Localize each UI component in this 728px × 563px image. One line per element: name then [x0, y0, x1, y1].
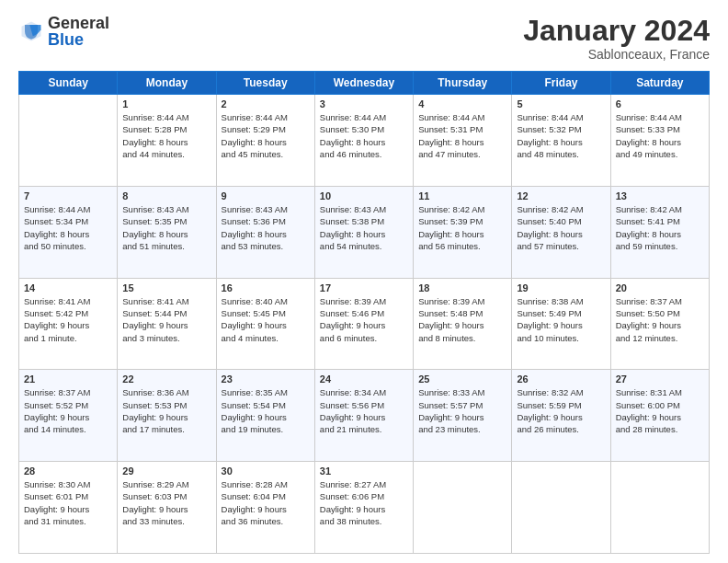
day-number: 3 [320, 98, 408, 109]
col-friday: Friday [512, 72, 610, 95]
cell-info: Sunrise: 8:39 AMSunset: 5:48 PMDaylight:… [418, 295, 506, 344]
table-cell: 6Sunrise: 8:44 AMSunset: 5:33 PMDaylight… [610, 95, 709, 187]
table-cell [610, 462, 709, 554]
day-number: 19 [517, 282, 605, 293]
month-title: January 2024 [523, 15, 710, 47]
table-cell: 22Sunrise: 8:36 AMSunset: 5:53 PMDayligh… [118, 370, 216, 462]
day-number: 16 [222, 282, 310, 293]
day-number: 15 [122, 282, 210, 293]
table-cell: 28Sunrise: 8:30 AMSunset: 6:01 PMDayligh… [19, 462, 118, 554]
logo-blue-text: Blue [48, 31, 109, 48]
cell-info: Sunrise: 8:35 AMSunset: 5:54 PMDaylight:… [222, 386, 310, 435]
calendar-table: Sunday Monday Tuesday Wednesday Thursday… [18, 71, 710, 554]
cell-info: Sunrise: 8:44 AMSunset: 5:33 PMDaylight:… [616, 111, 704, 160]
table-cell: 17Sunrise: 8:39 AMSunset: 5:46 PMDayligh… [314, 278, 413, 370]
calendar-week-2: 7Sunrise: 8:44 AMSunset: 5:34 PMDaylight… [19, 186, 710, 278]
cell-info: Sunrise: 8:39 AMSunset: 5:46 PMDaylight:… [320, 295, 408, 344]
cell-info: Sunrise: 8:44 AMSunset: 5:32 PMDaylight:… [517, 111, 605, 160]
day-number: 20 [616, 282, 704, 293]
table-cell: 1Sunrise: 8:44 AMSunset: 5:28 PMDaylight… [118, 95, 216, 187]
day-number: 21 [24, 373, 112, 385]
cell-info: Sunrise: 8:27 AMSunset: 6:06 PMDaylight:… [320, 478, 408, 527]
page: General Blue January 2024 Sablonceaux, F… [0, 0, 728, 563]
table-cell: 23Sunrise: 8:35 AMSunset: 5:54 PMDayligh… [216, 370, 314, 462]
calendar-week-5: 28Sunrise: 8:30 AMSunset: 6:01 PMDayligh… [19, 462, 710, 554]
table-cell: 3Sunrise: 8:44 AMSunset: 5:30 PMDaylight… [314, 95, 413, 187]
day-number: 26 [517, 373, 605, 385]
logo: General Blue [18, 15, 109, 48]
day-number: 30 [222, 465, 310, 477]
cell-info: Sunrise: 8:33 AMSunset: 5:57 PMDaylight:… [418, 386, 506, 435]
col-saturday: Saturday [610, 72, 709, 95]
table-cell: 11Sunrise: 8:42 AMSunset: 5:39 PMDayligh… [414, 186, 512, 278]
day-number: 24 [320, 373, 408, 385]
table-cell: 24Sunrise: 8:34 AMSunset: 5:56 PMDayligh… [314, 370, 413, 462]
cell-info: Sunrise: 8:31 AMSunset: 6:00 PMDaylight:… [616, 386, 704, 435]
table-cell [512, 462, 610, 554]
cell-info: Sunrise: 8:42 AMSunset: 5:41 PMDaylight:… [616, 203, 704, 252]
table-cell: 8Sunrise: 8:43 AMSunset: 5:35 PMDaylight… [118, 186, 216, 278]
col-thursday: Thursday [414, 72, 512, 95]
cell-info: Sunrise: 8:38 AMSunset: 5:49 PMDaylight:… [517, 295, 605, 344]
table-cell: 19Sunrise: 8:38 AMSunset: 5:49 PMDayligh… [512, 278, 610, 370]
table-cell: 9Sunrise: 8:43 AMSunset: 5:36 PMDaylight… [216, 186, 314, 278]
table-cell: 26Sunrise: 8:32 AMSunset: 5:59 PMDayligh… [512, 370, 610, 462]
cell-info: Sunrise: 8:34 AMSunset: 5:56 PMDaylight:… [320, 386, 408, 435]
cell-info: Sunrise: 8:30 AMSunset: 6:01 PMDaylight:… [24, 478, 112, 527]
header: General Blue January 2024 Sablonceaux, F… [18, 15, 710, 62]
cell-info: Sunrise: 8:43 AMSunset: 5:38 PMDaylight:… [320, 203, 408, 252]
table-cell [414, 462, 512, 554]
cell-info: Sunrise: 8:36 AMSunset: 5:53 PMDaylight:… [122, 386, 210, 435]
cell-info: Sunrise: 8:37 AMSunset: 5:50 PMDaylight:… [616, 295, 704, 344]
col-tuesday: Tuesday [216, 72, 314, 95]
col-wednesday: Wednesday [314, 72, 413, 95]
calendar-week-4: 21Sunrise: 8:37 AMSunset: 5:52 PMDayligh… [19, 370, 710, 462]
day-number: 1 [122, 98, 210, 109]
day-number: 9 [222, 190, 310, 201]
day-number: 4 [418, 98, 506, 109]
logo-general-text: General [48, 15, 109, 31]
table-cell: 4Sunrise: 8:44 AMSunset: 5:31 PMDaylight… [414, 95, 512, 187]
day-number: 25 [418, 373, 506, 385]
table-cell: 25Sunrise: 8:33 AMSunset: 5:57 PMDayligh… [414, 370, 512, 462]
table-cell: 14Sunrise: 8:41 AMSunset: 5:42 PMDayligh… [19, 278, 118, 370]
day-number: 8 [122, 190, 210, 201]
col-monday: Monday [118, 72, 216, 95]
day-number: 2 [222, 98, 310, 109]
day-number: 14 [24, 282, 112, 293]
day-number: 7 [24, 190, 112, 201]
title-block: January 2024 Sablonceaux, France [523, 15, 710, 62]
table-cell: 7Sunrise: 8:44 AMSunset: 5:34 PMDaylight… [19, 186, 118, 278]
cell-info: Sunrise: 8:32 AMSunset: 5:59 PMDaylight:… [517, 386, 605, 435]
day-number: 13 [616, 190, 704, 201]
table-cell: 29Sunrise: 8:29 AMSunset: 6:03 PMDayligh… [118, 462, 216, 554]
day-number: 11 [418, 190, 506, 201]
table-cell: 18Sunrise: 8:39 AMSunset: 5:48 PMDayligh… [414, 278, 512, 370]
location: Sablonceaux, France [523, 47, 710, 62]
table-cell: 20Sunrise: 8:37 AMSunset: 5:50 PMDayligh… [610, 278, 709, 370]
logo-text: General Blue [48, 15, 109, 48]
day-number: 28 [24, 465, 112, 477]
cell-info: Sunrise: 8:41 AMSunset: 5:42 PMDaylight:… [24, 295, 112, 344]
cell-info: Sunrise: 8:43 AMSunset: 5:35 PMDaylight:… [122, 203, 210, 252]
calendar-week-3: 14Sunrise: 8:41 AMSunset: 5:42 PMDayligh… [19, 278, 710, 370]
calendar-header-row: Sunday Monday Tuesday Wednesday Thursday… [19, 72, 710, 95]
day-number: 17 [320, 282, 408, 293]
day-number: 6 [616, 98, 704, 109]
cell-info: Sunrise: 8:44 AMSunset: 5:28 PMDaylight:… [122, 111, 210, 160]
calendar-week-1: 1Sunrise: 8:44 AMSunset: 5:28 PMDaylight… [19, 95, 710, 187]
cell-info: Sunrise: 8:40 AMSunset: 5:45 PMDaylight:… [222, 295, 310, 344]
cell-info: Sunrise: 8:42 AMSunset: 5:39 PMDaylight:… [418, 203, 506, 252]
table-cell: 2Sunrise: 8:44 AMSunset: 5:29 PMDaylight… [216, 95, 314, 187]
cell-info: Sunrise: 8:44 AMSunset: 5:29 PMDaylight:… [222, 111, 310, 160]
day-number: 23 [222, 373, 310, 385]
col-sunday: Sunday [19, 72, 118, 95]
day-number: 27 [616, 373, 704, 385]
cell-info: Sunrise: 8:44 AMSunset: 5:31 PMDaylight:… [418, 111, 506, 160]
cell-info: Sunrise: 8:44 AMSunset: 5:34 PMDaylight:… [24, 203, 112, 252]
cell-info: Sunrise: 8:44 AMSunset: 5:30 PMDaylight:… [320, 111, 408, 160]
cell-info: Sunrise: 8:28 AMSunset: 6:04 PMDaylight:… [222, 478, 310, 527]
cell-info: Sunrise: 8:29 AMSunset: 6:03 PMDaylight:… [122, 478, 210, 527]
table-cell: 31Sunrise: 8:27 AMSunset: 6:06 PMDayligh… [314, 462, 413, 554]
table-cell: 27Sunrise: 8:31 AMSunset: 6:00 PMDayligh… [610, 370, 709, 462]
